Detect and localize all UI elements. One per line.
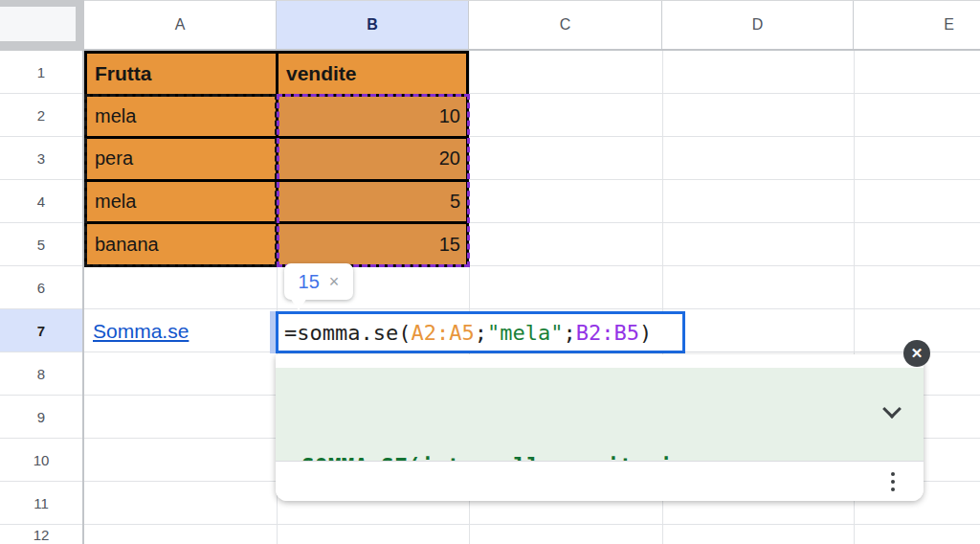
formula-token-range1: A2:A5 xyxy=(411,321,474,345)
somma-se-link[interactable]: Somma.se xyxy=(93,320,189,343)
function-syntax: SOMMA.SE(intervallo; criterio; [int_somm… xyxy=(301,375,699,544)
row-header-1[interactable]: 1 xyxy=(0,51,82,94)
syntax-section: SOMMA.SE(intervallo; criterio; [int_somm… xyxy=(276,368,924,461)
row-header-column: 1 2 3 4 5 6 7 8 9 10 11 12 xyxy=(0,51,84,544)
cell-a2[interactable]: mela xyxy=(87,97,276,137)
row-label: 9 xyxy=(37,409,45,425)
cell-text: 10 xyxy=(439,105,460,127)
column-label: C xyxy=(560,16,571,34)
row-header-6[interactable]: 6 xyxy=(0,266,82,309)
cell-text: mela xyxy=(95,191,136,213)
result-value: 15 xyxy=(299,271,320,293)
cell-b3[interactable]: 20 xyxy=(278,139,466,179)
row-header-11[interactable]: 11 xyxy=(0,482,82,525)
cell-a7[interactable]: Somma.se xyxy=(84,309,277,352)
row-label: 5 xyxy=(37,237,45,253)
cell-b1[interactable]: vendite xyxy=(278,54,466,94)
popup-footer xyxy=(276,461,924,501)
cell-text: 5 xyxy=(450,191,460,213)
formula-token: ; xyxy=(563,321,575,345)
row-label: 10 xyxy=(33,452,50,468)
column-label: E xyxy=(944,16,954,34)
cell-a4[interactable]: mela xyxy=(87,182,276,222)
row-label: 7 xyxy=(37,323,45,339)
formula-token: ) xyxy=(639,321,652,345)
spreadsheet: A B C D E 1 2 3 4 5 6 7 8 9 10 11 12 Fru… xyxy=(0,0,980,544)
row-label: 3 xyxy=(37,150,45,167)
popup-close-button[interactable]: ✕ xyxy=(903,340,930,367)
cell-text: Frutta xyxy=(95,62,152,85)
row-label: 4 xyxy=(37,193,45,210)
row-header-7[interactable]: 7 xyxy=(0,309,82,352)
cell-b5[interactable]: 15 xyxy=(278,224,466,264)
cell-text: mela xyxy=(95,105,136,127)
chevron-down-icon[interactable] xyxy=(882,399,902,419)
column-header-e[interactable]: E xyxy=(854,1,980,49)
cell-text: 15 xyxy=(439,234,460,256)
row-label: 1 xyxy=(37,64,45,80)
column-label: D xyxy=(752,16,764,34)
formula-token-criterion: "mela" xyxy=(487,321,563,345)
column-label: B xyxy=(367,16,378,34)
row-label: 12 xyxy=(33,527,50,543)
tooltip-pointer xyxy=(290,298,307,310)
cell-b2[interactable]: 10 xyxy=(278,97,466,137)
row-header-3[interactable]: 3 xyxy=(0,137,82,180)
row-header-10[interactable]: 10 xyxy=(0,439,82,482)
row-label: 8 xyxy=(37,366,45,382)
cell-a1[interactable]: Frutta xyxy=(87,54,276,94)
column-header-c[interactable]: C xyxy=(469,1,662,49)
column-label: A xyxy=(175,16,186,34)
fruit-sales-table: Frutta vendite mela 10 pera 20 mela 5 ba… xyxy=(84,51,469,267)
row-header-9[interactable]: 9 xyxy=(0,396,82,439)
cell-text: pera xyxy=(95,147,133,170)
column-header-a[interactable]: A xyxy=(84,1,277,49)
row-header-5[interactable]: 5 xyxy=(0,223,82,266)
cell-text: vendite xyxy=(286,62,357,85)
row-header-4[interactable]: 4 xyxy=(0,180,82,223)
cell-a5[interactable]: banana xyxy=(87,224,276,264)
row-label: 6 xyxy=(37,280,45,296)
cell-text: banana xyxy=(95,234,159,256)
row-header-2[interactable]: 2 xyxy=(0,94,82,137)
cell-a3[interactable]: pera xyxy=(87,139,276,179)
tooltip-close-icon[interactable]: × xyxy=(329,272,340,292)
select-all-corner-panel xyxy=(0,7,76,41)
formula-token-range2: B2:B5 xyxy=(576,321,639,345)
row-header-12[interactable]: 12 xyxy=(0,525,82,544)
cell-b4[interactable]: 5 xyxy=(278,182,466,222)
row-header-8[interactable]: 8 xyxy=(0,352,82,396)
column-header-d[interactable]: D xyxy=(662,1,854,49)
row-label: 2 xyxy=(37,107,45,124)
cell-text: 20 xyxy=(439,147,460,170)
column-header-b[interactable]: B xyxy=(277,1,469,49)
formula-help-popup: SOMMA.SE(intervallo; criterio; [int_somm… xyxy=(276,354,924,501)
more-options-icon[interactable] xyxy=(891,472,895,491)
formula-result-tooltip: 15 × xyxy=(284,263,353,300)
formula-token: =somma.se( xyxy=(284,321,411,345)
column-header-row: A B C D E xyxy=(84,0,980,51)
row-label: 11 xyxy=(33,495,49,511)
formula-token: ; xyxy=(475,321,487,345)
select-all-corner[interactable] xyxy=(0,0,84,51)
formula-edit-box[interactable]: =somma.se(A2:A5;"mela";B2:B5) xyxy=(276,311,685,353)
